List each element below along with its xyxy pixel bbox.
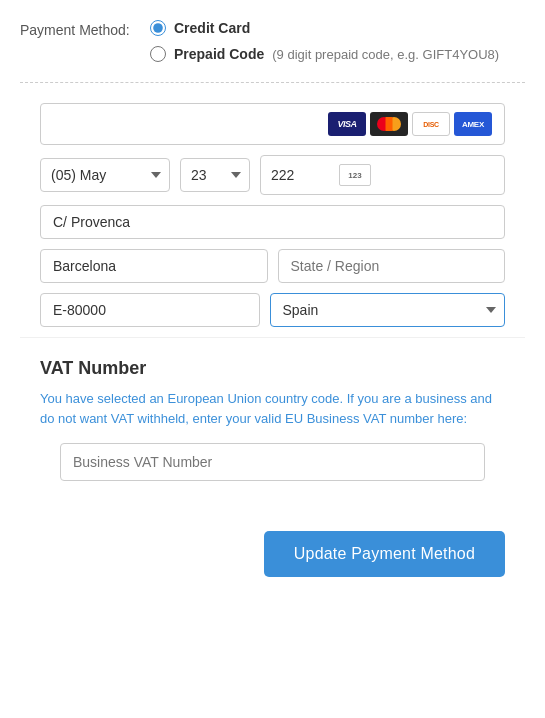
amex-icon: AMEX: [454, 112, 492, 136]
prepaid-code-label: Prepaid Code: [174, 46, 264, 62]
footer: Update Payment Method: [20, 511, 525, 597]
update-payment-button[interactable]: Update Payment Method: [264, 531, 505, 577]
city-input[interactable]: [40, 249, 268, 283]
payment-method-section: Payment Method: Credit Card Prepaid Code…: [20, 20, 525, 62]
card-icons: VISA DISC AMEX: [328, 112, 492, 136]
cvv-input[interactable]: [271, 167, 331, 183]
credit-card-radio[interactable]: [150, 20, 166, 36]
address-input[interactable]: [40, 205, 505, 239]
expiry-year-select[interactable]: 23 24 25 26 27 28 29 30: [180, 158, 250, 192]
vat-description: You have selected an European Union coun…: [40, 389, 505, 428]
zip-country-row: Spain France Germany Italy Portugal Unit…: [40, 293, 505, 327]
vat-input[interactable]: [60, 443, 485, 481]
state-input[interactable]: [278, 249, 506, 283]
vat-input-wrapper: [40, 443, 505, 481]
expiry-month-select[interactable]: (05) May (01) January (02) February (03)…: [40, 158, 170, 192]
prepaid-code-sublabel: (9 digit prepaid code, e.g. GIFT4YOU8): [272, 47, 499, 62]
mastercard-icon: [370, 112, 408, 136]
cvv-field: 123: [260, 155, 505, 195]
card-number-input[interactable]: 4242424242424242: [53, 116, 328, 132]
visa-icon: VISA: [328, 112, 366, 136]
country-select[interactable]: Spain France Germany Italy Portugal Unit…: [270, 293, 506, 327]
zip-input[interactable]: [40, 293, 260, 327]
card-form: 4242424242424242 VISA DISC AMEX (05) May…: [20, 103, 525, 327]
prepaid-code-option[interactable]: Prepaid Code (9 digit prepaid code, e.g.…: [150, 46, 499, 62]
discover-icon: DISC: [412, 112, 450, 136]
vat-description-text: You have selected an European Union coun…: [40, 391, 492, 426]
card-number-field: 4242424242424242 VISA DISC AMEX: [40, 103, 505, 145]
section-divider: [20, 82, 525, 83]
payment-method-options: Credit Card Prepaid Code (9 digit prepai…: [150, 20, 499, 62]
credit-card-option[interactable]: Credit Card: [150, 20, 499, 36]
vat-title: VAT Number: [40, 358, 505, 379]
prepaid-code-radio[interactable]: [150, 46, 166, 62]
vat-section: VAT Number You have selected an European…: [20, 337, 525, 501]
city-state-row: [40, 249, 505, 283]
credit-card-label: Credit Card: [174, 20, 250, 36]
payment-method-label: Payment Method:: [20, 20, 150, 38]
expiry-cvv-row: (05) May (01) January (02) February (03)…: [40, 155, 505, 195]
cvv-card-icon: 123: [339, 164, 371, 186]
